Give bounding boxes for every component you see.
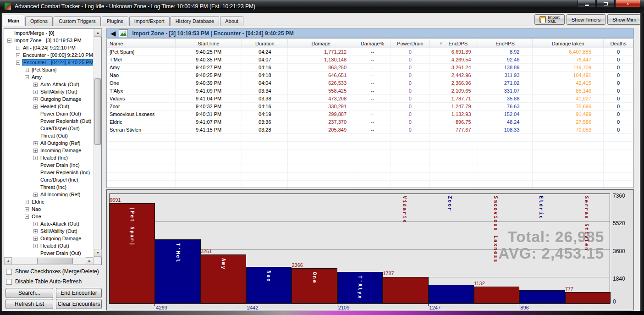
expand-icon[interactable]: + bbox=[33, 193, 38, 197]
import-xml-button[interactable]: ImportXML bbox=[534, 14, 565, 25]
dps-bar[interactable]: T'Mel bbox=[155, 239, 200, 304]
horizontal-scroll-thumb[interactable] bbox=[37, 258, 73, 264]
tree-item[interactable]: +[Pet Spam] bbox=[5, 66, 93, 73]
tree-item[interactable]: −Encounter - [04:24] 9:40:25 PM bbox=[5, 59, 93, 66]
tree-item[interactable]: +Skill/Ability (Out) bbox=[5, 88, 93, 95]
tree-item[interactable]: +Healed (Out) bbox=[5, 242, 93, 249]
tree-item[interactable]: +All Incoming (Ref) bbox=[5, 191, 93, 198]
tree-item[interactable]: +Skill/Ability (Out) bbox=[5, 227, 93, 235]
expand-icon[interactable]: + bbox=[33, 222, 38, 226]
tree-vertical-scrollbar[interactable]: ▲ ▼ bbox=[94, 29, 101, 257]
tab-plugins[interactable]: Plugins bbox=[102, 17, 128, 26]
tree-item[interactable]: Power Drain (Inc) bbox=[5, 161, 93, 169]
tree-item[interactable]: +Auto-Attack (Out) bbox=[5, 81, 93, 88]
close-button[interactable]: × bbox=[615, 0, 640, 8]
table-row[interactable]: T'Mel9:40:35 PM04:071,130,148--04,269.54… bbox=[107, 56, 633, 64]
table-row[interactable]: T'Alyx9:41:09 PM03:34558,425--02,109.653… bbox=[107, 87, 633, 95]
expand-icon[interactable]: + bbox=[16, 53, 20, 57]
tab-options[interactable]: Options bbox=[25, 17, 53, 26]
disable-refresh-checkbox[interactable] bbox=[6, 279, 12, 285]
expand-icon[interactable]: + bbox=[25, 200, 29, 204]
expand-icon[interactable]: + bbox=[33, 105, 38, 109]
tree-item[interactable]: +Eldric bbox=[5, 198, 93, 205]
expand-icon[interactable]: + bbox=[33, 141, 38, 145]
column-header-damage[interactable]: Damage bbox=[288, 39, 354, 48]
show-mini-button[interactable]: Show Mini bbox=[607, 14, 641, 25]
scroll-down-icon[interactable]: ▼ bbox=[94, 249, 102, 257]
table-row[interactable]: Vidaris9:41:04 PM03:38473,208--01,787.71… bbox=[107, 95, 633, 103]
dps-bar[interactable]: One bbox=[292, 268, 337, 304]
tab-history-database[interactable]: History Database bbox=[171, 17, 219, 26]
expand-icon[interactable]: + bbox=[33, 149, 38, 153]
tree-item[interactable]: +All - [04:24] 9:22:10 PM bbox=[5, 44, 93, 51]
dps-bar[interactable]: Nao bbox=[246, 267, 292, 304]
expand-icon[interactable]: + bbox=[33, 237, 38, 241]
collapse-icon[interactable]: − bbox=[25, 75, 29, 79]
tree-item[interactable]: +Encounter - [00:00] 9:22:10 PM bbox=[5, 51, 93, 59]
expand-icon[interactable]: + bbox=[25, 207, 29, 211]
disable-refresh-row[interactable]: Disable Table Auto-Refresh bbox=[6, 278, 82, 285]
maximize-button[interactable] bbox=[596, 0, 615, 8]
expand-icon[interactable]: + bbox=[33, 97, 38, 101]
tab-about[interactable]: About bbox=[220, 17, 243, 26]
tree-item[interactable]: Power Drain (Out) bbox=[5, 110, 93, 117]
tree-item[interactable]: Threat (Out) bbox=[5, 132, 93, 139]
graph-view-icon[interactable] bbox=[119, 29, 128, 37]
collapse-icon[interactable]: − bbox=[7, 39, 11, 43]
table-row[interactable]: One9:40:39 PM04:04626,533--02,366.96271.… bbox=[107, 79, 633, 87]
vertical-scroll-thumb[interactable] bbox=[94, 78, 101, 145]
column-header-encdps[interactable]: ˅EncDPS bbox=[430, 39, 478, 48]
scroll-up-icon[interactable]: ▲ bbox=[94, 29, 102, 37]
tree-item[interactable]: +Healed (Inc) bbox=[5, 154, 93, 161]
show-timers-button[interactable]: Show Timers bbox=[567, 14, 606, 25]
tree-item[interactable]: +Auto-Attack (Out) bbox=[5, 220, 93, 227]
tree-item[interactable]: +Outgoing Damage bbox=[5, 235, 93, 242]
dps-bar[interactable] bbox=[565, 292, 611, 304]
scroll-right-icon[interactable]: ► bbox=[86, 257, 94, 265]
tab-main[interactable]: Main bbox=[3, 15, 24, 26]
tree-item[interactable]: −One bbox=[5, 213, 93, 220]
tree-item[interactable]: +Healed (Out) bbox=[5, 103, 93, 110]
show-checkboxes-row[interactable]: Show Checkboxes (Merge/Delete) bbox=[6, 268, 99, 275]
expand-icon[interactable]: + bbox=[33, 83, 38, 87]
dps-bar[interactable] bbox=[519, 290, 565, 304]
tree-item[interactable]: +All Outgoing (Ref) bbox=[5, 139, 93, 147]
collapse-icon[interactable]: − bbox=[25, 215, 29, 219]
tree-horizontal-scrollbar[interactable]: ◄ ► bbox=[4, 257, 94, 265]
expand-icon[interactable]: + bbox=[33, 229, 38, 233]
tree-item[interactable]: Threat (Inc) bbox=[5, 183, 93, 191]
column-header-damagepct[interactable]: Damage% bbox=[354, 39, 391, 48]
expand-icon[interactable]: + bbox=[16, 46, 20, 50]
column-header-damagetaken[interactable]: DamageTaken bbox=[533, 39, 604, 48]
tree-item[interactable]: +Incoming Damage bbox=[5, 147, 93, 154]
tree-item[interactable]: Cure/Dispel (Inc) bbox=[5, 176, 93, 183]
table-row[interactable]: Amy9:40:27 PM04:16863,250--03,261.24138.… bbox=[107, 64, 633, 72]
table-row[interactable]: Eldric9:41:07 PM03:36237,370--0896.7548.… bbox=[107, 118, 633, 126]
clear-encounters-button[interactable]: Clear Encounters bbox=[56, 299, 102, 309]
minimize-button[interactable] bbox=[578, 0, 596, 8]
column-header-duration[interactable]: Duration bbox=[242, 39, 288, 48]
dps-bar[interactable] bbox=[474, 287, 519, 304]
dps-bar[interactable]: [Pet Spam] bbox=[110, 203, 155, 304]
dps-bar[interactable]: T'Alyx bbox=[337, 272, 383, 304]
tree-item[interactable]: −Amy bbox=[5, 73, 93, 81]
search-button[interactable]: Search... bbox=[6, 288, 53, 298]
tree-item[interactable]: Cure/Dispel (Out) bbox=[5, 125, 93, 132]
end-encounter-button[interactable]: End Encounter bbox=[56, 288, 102, 298]
title-bar[interactable]: Advanced Combat Tracker - Log Idle - Unk… bbox=[0, 0, 644, 13]
tab-custom-triggers[interactable]: Custom Triggers bbox=[54, 17, 101, 26]
tree-item[interactable]: +Nao bbox=[5, 205, 93, 213]
collapse-icon[interactable]: − bbox=[16, 61, 20, 65]
table-row[interactable]: Nao9:40:25 PM04:18646,651--02,442.96311.… bbox=[107, 72, 633, 79]
tree-item[interactable]: −Import Zone - [3] 10:19:53 PM bbox=[5, 37, 93, 44]
tree-item[interactable]: Import/Merge - [0] bbox=[5, 29, 93, 37]
dps-bar[interactable] bbox=[429, 285, 474, 304]
tab-import-export[interactable]: Import/Export bbox=[129, 17, 170, 26]
scroll-left-icon[interactable]: ◄ bbox=[4, 257, 12, 265]
tree-item[interactable]: Power Replenish (Inc) bbox=[5, 169, 93, 176]
column-header-powerdrain[interactable]: PowerDrain bbox=[391, 39, 430, 48]
expand-icon[interactable]: + bbox=[33, 90, 38, 94]
column-header-start[interactable]: StartTime bbox=[176, 39, 242, 48]
table-row[interactable]: Zoor9:40:32 PM04:16330,291--01,247.7976.… bbox=[107, 103, 633, 111]
show-checkboxes-checkbox[interactable] bbox=[6, 269, 12, 275]
